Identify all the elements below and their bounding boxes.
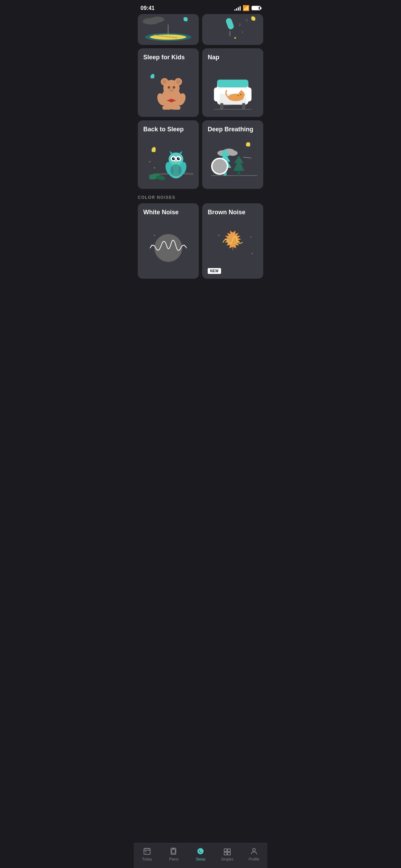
signal-icon <box>234 6 241 11</box>
svg-point-18 <box>168 86 170 88</box>
card-deep-breathing[interactable]: Deep Breathing <box>202 120 263 189</box>
svg-marker-68 <box>234 156 243 163</box>
card-back-to-sleep[interactable]: Back to Sleep <box>138 120 199 189</box>
svg-rect-32 <box>220 103 223 109</box>
svg-point-1 <box>151 16 164 22</box>
card-sleep-for-kids-illustration <box>143 65 193 110</box>
svg-rect-69 <box>238 171 240 176</box>
svg-point-41 <box>154 167 155 169</box>
svg-line-57 <box>243 157 251 158</box>
partial-cards-row: ♪ ♫ ♩ ✦ <box>138 14 263 45</box>
svg-text:♪: ♪ <box>239 21 241 27</box>
svg-point-72 <box>154 234 182 262</box>
svg-point-20 <box>169 89 174 92</box>
svg-point-70 <box>154 235 155 236</box>
svg-text:♩: ♩ <box>242 30 243 34</box>
status-bar: 09:41 📶 <box>134 0 267 14</box>
svg-text:♫: ♫ <box>245 18 248 22</box>
card-deep-breathing-illustration <box>208 137 258 182</box>
card-boat-partial[interactable] <box>138 14 199 45</box>
card-back-to-sleep-illustration <box>143 137 193 182</box>
svg-point-51 <box>172 157 175 160</box>
card-nap-illustration <box>208 65 258 110</box>
card-sleep-for-kids-title: Sleep for Kids <box>143 54 193 61</box>
time-display: 09:41 <box>141 5 155 11</box>
svg-point-48 <box>170 164 181 177</box>
scroll-content: ♪ ♫ ♩ ✦ Sleep for Kids <box>134 14 267 310</box>
card-brown-noise-illustration <box>208 220 258 265</box>
svg-point-74 <box>250 236 251 237</box>
badge-new: NEW <box>208 268 221 274</box>
svg-rect-29 <box>217 80 248 87</box>
card-music-partial[interactable]: ♪ ♫ ♩ ✦ <box>202 14 263 45</box>
color-noises-section-label: COLOR NOISES <box>138 195 263 200</box>
card-white-noise-title: White Noise <box>143 209 193 216</box>
svg-rect-31 <box>246 87 251 101</box>
svg-point-53 <box>173 157 175 159</box>
color-noises-grid: White Noise Brown Noise <box>138 203 263 279</box>
battery-icon <box>252 6 260 10</box>
svg-point-75 <box>252 253 253 254</box>
svg-point-19 <box>173 86 175 88</box>
svg-point-54 <box>179 157 180 159</box>
card-back-to-sleep-title: Back to Sleep <box>143 126 193 133</box>
svg-point-73 <box>218 235 219 236</box>
svg-rect-33 <box>242 103 245 109</box>
wifi-icon: 📶 <box>243 5 250 11</box>
card-nap-title: Nap <box>208 54 258 61</box>
card-deep-breathing-title: Deep Breathing <box>208 126 258 133</box>
svg-point-52 <box>177 157 180 160</box>
svg-rect-30 <box>214 87 219 101</box>
svg-point-40 <box>149 161 150 162</box>
svg-point-37 <box>240 94 242 95</box>
svg-rect-6 <box>225 17 235 30</box>
main-cards-grid: Sleep for Kids <box>138 48 263 189</box>
card-white-noise[interactable]: White Noise <box>138 203 199 279</box>
card-nap[interactable]: Nap <box>202 48 263 117</box>
svg-point-17 <box>176 80 181 84</box>
svg-point-21 <box>170 100 172 101</box>
svg-point-15 <box>162 80 167 84</box>
card-brown-noise-title: Brown Noise <box>208 209 258 216</box>
status-icons: 📶 <box>234 5 260 11</box>
card-brown-noise[interactable]: Brown Noise NEW <box>202 203 263 279</box>
card-sleep-for-kids[interactable]: Sleep for Kids <box>138 48 199 117</box>
svg-point-60 <box>228 150 238 156</box>
card-white-noise-illustration <box>143 220 193 265</box>
svg-text:✦: ✦ <box>233 36 237 40</box>
